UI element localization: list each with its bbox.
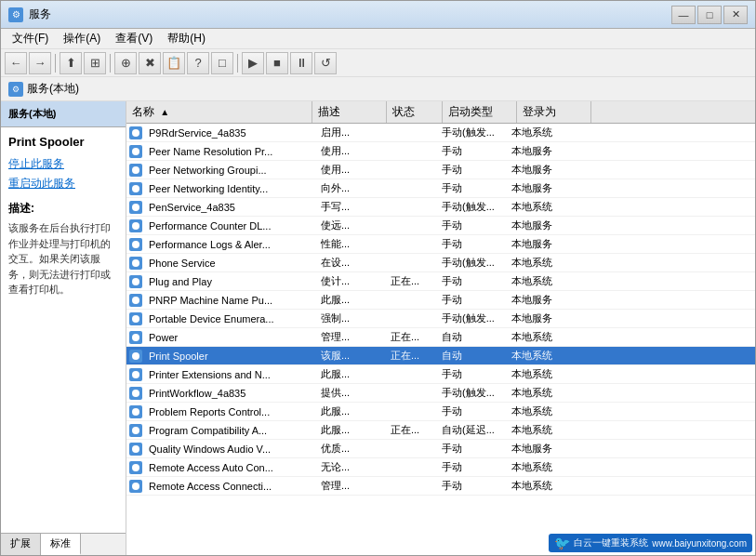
watermark: 🐦 白云一键重装系统 www.baiyunxitong.com: [549, 534, 752, 552]
left-panel-tabs: 扩展 标准: [1, 533, 126, 555]
description-title: 描述:: [8, 201, 118, 217]
list-item[interactable]: Problem Reports Control... 此服... 手动 本地系统: [126, 403, 755, 421]
start-button[interactable]: ▶: [242, 52, 264, 74]
up-button[interactable]: ⬆: [60, 52, 82, 74]
description-text: 该服务在后台执行打印作业并处理与打印机的交互。如果关闭该服务，则无法进行打印或查…: [8, 220, 118, 298]
service-icon-0: [129, 126, 142, 139]
row-desc-15: 此服...: [317, 404, 387, 418]
row-desc-6: 性能...: [317, 237, 387, 251]
list-item[interactable]: Program Compatibility A... 此服... 正在... 自…: [126, 421, 755, 440]
row-icon-17: [126, 443, 145, 456]
row-icon-7: [126, 257, 145, 270]
close-button[interactable]: ✕: [723, 6, 748, 24]
row-name-0: P9RdrService_4a835: [145, 127, 317, 139]
menu-file[interactable]: 文件(F): [5, 29, 56, 48]
list-item[interactable]: Portable Device Enumera... 强制... 手动(触发..…: [126, 310, 755, 328]
col-header-login[interactable]: 登录为: [517, 101, 591, 123]
disconnect-button[interactable]: ✖: [139, 52, 161, 74]
list-item[interactable]: PNRP Machine Name Pu... 此服... 手动 本地服务: [126, 291, 755, 310]
list-item[interactable]: Quality Windows Audio V... 优质... 手动 本地服务: [126, 440, 755, 458]
back-button[interactable]: ←: [5, 52, 27, 74]
list-item[interactable]: Performance Counter DL... 使远... 手动 本地服务: [126, 217, 755, 235]
list-item[interactable]: Performance Logs & Aler... 性能... 手动 本地服务: [126, 235, 755, 254]
list-item[interactable]: Remote Access Connecti... 管理... 手动 本地系统: [126, 477, 755, 496]
list-item[interactable]: Printer Extensions and N... 此服... 手动 本地系…: [126, 365, 755, 384]
menu-view[interactable]: 查看(V): [108, 29, 160, 48]
service-icon-13: [129, 368, 142, 381]
row-icon-3: [126, 182, 145, 195]
col-header-startup[interactable]: 启动类型: [443, 101, 517, 123]
row-name-6: Performance Logs & Aler...: [145, 239, 317, 250]
properties-button[interactable]: 📋: [163, 52, 185, 74]
row-desc-7: 在设...: [317, 256, 387, 270]
row-startup-4: 手动(触发...: [438, 200, 508, 214]
row-login-15: 本地系统: [508, 404, 577, 418]
main-area: 服务(本地) Print Spooler 停止此服务 重启动此服务 描述: 该服…: [1, 101, 755, 555]
col-header-status[interactable]: 状态: [387, 101, 443, 123]
forward-button[interactable]: →: [29, 52, 51, 74]
row-icon-18: [126, 461, 145, 474]
list-item[interactable]: P9RdrService_4a835 启用... 手动(触发... 本地系统: [126, 124, 755, 142]
toolbar-separator-2: [110, 54, 111, 73]
service-icon-1: [129, 145, 142, 158]
left-panel: 服务(本地) Print Spooler 停止此服务 重启动此服务 描述: 该服…: [1, 101, 126, 555]
list-item[interactable]: Peer Name Resolution Pr... 使用... 手动 本地服务: [126, 142, 755, 161]
service-icon-3: [129, 182, 142, 195]
row-icon-1: [126, 145, 145, 158]
row-icon-15: [126, 405, 145, 418]
stop-service-link[interactable]: 停止此服务: [8, 156, 118, 172]
list-item[interactable]: Remote Access Auto Con... 无论... 手动 本地系统: [126, 458, 755, 477]
restart-service-link[interactable]: 重启动此服务: [8, 176, 118, 192]
watermark-text2: www.baiyunxitong.com: [652, 538, 747, 549]
tab-expand[interactable]: 扩展: [1, 534, 41, 555]
list-item[interactable]: PenService_4a835 手写... 手动(触发... 本地系统: [126, 198, 755, 217]
col-header-desc[interactable]: 描述: [312, 101, 387, 123]
help-button[interactable]: ?: [187, 52, 209, 74]
row-login-2: 本地服务: [508, 163, 577, 177]
minimize-button[interactable]: —: [671, 6, 696, 24]
row-name-12: Print Spooler: [145, 351, 317, 362]
row-startup-19: 手动: [438, 479, 508, 493]
stop-button[interactable]: ■: [266, 52, 288, 74]
row-icon-9: [126, 294, 145, 307]
menu-action[interactable]: 操作(A): [56, 29, 108, 48]
row-name-2: Peer Networking Groupi...: [145, 165, 317, 176]
address-icon: ⚙: [8, 82, 23, 97]
new-window-button[interactable]: □: [211, 52, 233, 74]
list-item[interactable]: Peer Networking Identity... 向外... 手动 本地服…: [126, 179, 755, 198]
connect-button[interactable]: ⊕: [114, 52, 137, 74]
row-name-18: Remote Access Auto Con...: [145, 462, 317, 473]
service-icon-9: [129, 294, 142, 307]
row-icon-12: [126, 350, 145, 363]
maximize-button[interactable]: □: [697, 6, 722, 24]
list-item[interactable]: Power 管理... 正在... 自动 本地系统: [126, 328, 755, 347]
service-icon-14: [129, 387, 142, 400]
list-item[interactable]: PrintWorkflow_4a835 提供... 手动(触发... 本地系统: [126, 384, 755, 403]
watermark-text1: 白云一键重装系统: [574, 536, 648, 549]
col-header-name[interactable]: 名称 ▲: [126, 101, 312, 123]
services-list[interactable]: P9RdrService_4a835 启用... 手动(触发... 本地系统 P…: [126, 124, 755, 555]
row-login-10: 本地服务: [508, 311, 577, 325]
tab-standard[interactable]: 标准: [41, 534, 81, 555]
pause-button[interactable]: ⏸: [290, 52, 312, 74]
row-name-13: Printer Extensions and N...: [145, 369, 317, 380]
list-item[interactable]: Peer Networking Groupi... 使用... 手动 本地服务: [126, 161, 755, 179]
show-hide-button[interactable]: ⊞: [84, 52, 106, 74]
list-item[interactable]: Print Spooler 该服... 正在... 自动 本地系统: [126, 347, 755, 365]
row-startup-17: 手动: [438, 442, 508, 456]
row-login-19: 本地系统: [508, 479, 577, 493]
row-login-18: 本地系统: [508, 460, 577, 474]
restart-button[interactable]: ↺: [314, 52, 337, 74]
row-startup-11: 自动: [438, 330, 508, 344]
row-name-5: Performance Counter DL...: [145, 220, 317, 232]
list-item[interactable]: Phone Service 在设... 手动(触发... 本地系统: [126, 254, 755, 272]
title-bar: ⚙ 服务 — □ ✕: [1, 1, 755, 29]
row-name-16: Program Compatibility A...: [145, 425, 317, 436]
list-item[interactable]: Plug and Play 使计... 正在... 手动 本地系统: [126, 272, 755, 291]
toolbar: ← → ⬆ ⊞ ⊕ ✖ 📋 ? □ ▶ ■ ⏸ ↺: [1, 49, 755, 77]
row-startup-18: 手动: [438, 460, 508, 474]
menu-help[interactable]: 帮助(H): [160, 29, 213, 48]
window-controls: — □ ✕: [671, 6, 748, 24]
service-icon-11: [129, 331, 142, 344]
row-desc-4: 手写...: [317, 200, 387, 214]
